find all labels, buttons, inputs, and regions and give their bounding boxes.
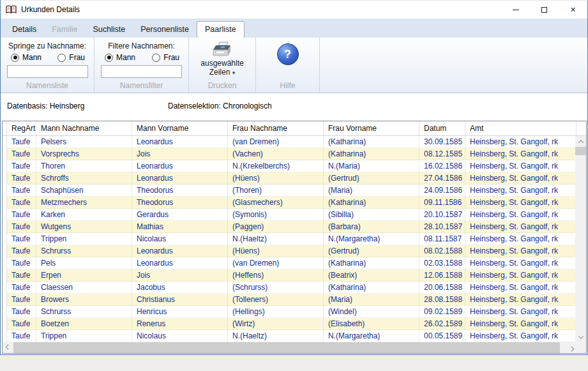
cell-regart: Taufe [7, 136, 36, 148]
table-row[interactable]: TaufeKarkenGerardus(Symonis)(Sibilla)20.… [3, 209, 577, 221]
row-selector[interactable] [3, 318, 7, 330]
cell-frau-vorname: (Sibilla) [324, 209, 419, 221]
close-button[interactable]: × [559, 1, 587, 19]
cell-regart: Taufe [7, 330, 36, 342]
jump-surname-input[interactable] [7, 65, 88, 78]
table-row[interactable]: TaufeTrippenNicolausN.(Haeltz)N.(Margare… [3, 233, 577, 245]
table-row[interactable]: TaufeClaessenJacobus(Schrurss)(Katharina… [3, 282, 577, 294]
row-selector[interactable] [3, 245, 7, 257]
column-header-mann-vorname[interactable]: Mann Vorname [132, 121, 228, 135]
window-title: Urkunden Details [21, 5, 80, 14]
scroll-up-button[interactable] [575, 136, 586, 147]
vertical-scrollbar[interactable] [575, 136, 586, 342]
table-row[interactable]: TaufeMetzmechersTheodorus(Glasmechers)(K… [3, 197, 577, 209]
row-selector[interactable] [3, 294, 7, 306]
table-row[interactable]: TaufeErpenJois(Heffens)(Beatrix)12.06.15… [3, 269, 577, 282]
cell-frau-nachname: (van Dremen) [228, 136, 324, 148]
help-button[interactable]: ? [277, 43, 299, 65]
cell-regart: Taufe [7, 197, 36, 209]
row-selector[interactable] [3, 306, 7, 318]
row-selector[interactable] [3, 233, 7, 245]
row-selector[interactable] [3, 185, 7, 197]
filter-mann-radio[interactable]: Mann [105, 53, 135, 62]
chevron-up-icon [578, 140, 583, 145]
table-row[interactable]: TaufeVorsprechsJois(Vachen)(Katharina)08… [3, 148, 577, 160]
radio-unselected-icon [152, 54, 160, 62]
open-book-icon [6, 5, 17, 14]
row-selector[interactable] [3, 257, 7, 269]
table-row[interactable]: TaufePelsLeonardus(van Dremen)(Katharina… [3, 257, 577, 269]
table-row[interactable]: TaufeBoetzenRenerus(Wirtz)(Elisabeth)26.… [3, 318, 577, 330]
horizontal-scrollbar-thumb[interactable] [13, 342, 560, 353]
cell-frau-nachname: (Tolleners) [228, 294, 324, 306]
cell-amt: Heinsberg, St. Gangolf, rk [465, 160, 577, 172]
row-selector[interactable] [3, 269, 7, 282]
table-row[interactable]: TaufeThorenLeonardusN.(Krekelberchs)N.(M… [3, 160, 577, 172]
cell-datum: 02.03.1588 [419, 257, 465, 269]
column-header-datum[interactable]: Datum [419, 121, 465, 135]
cell-mann-nachname: Wutgens [36, 221, 132, 233]
print-selected-rows-button[interactable]: ausgewählte Zeilen ▾ [200, 41, 243, 77]
cell-regart: Taufe [7, 245, 36, 257]
row-selector[interactable] [3, 172, 7, 185]
maximize-button[interactable] [530, 1, 559, 19]
table-row[interactable]: TaufeSchaphüsenTheodorus(Thoren)(Maria)2… [3, 185, 577, 197]
tab-personenliste[interactable]: Personenliste [133, 22, 197, 38]
table-row[interactable]: TaufeTrippenNicolausN.(Haeltz)N.(Margare… [3, 330, 577, 342]
tab-paarliste[interactable]: Paarliste [197, 21, 245, 38]
row-selector[interactable] [3, 136, 7, 148]
minimize-button[interactable] [501, 1, 530, 19]
radio-unselected-icon [57, 54, 66, 62]
column-header-mann-nachname[interactable]: Mann Nachname [36, 121, 132, 135]
jump-frau-radio[interactable]: Frau [57, 53, 85, 62]
scroll-left-button[interactable] [3, 342, 13, 353]
cell-datum: 00.05.1589 [419, 330, 465, 342]
row-selector[interactable] [3, 209, 7, 221]
cell-mann-nachname: Pelsers [36, 136, 132, 148]
table-row[interactable]: TaufeSchrurssLeonardus(Hüens)(Gertrud)08… [3, 245, 577, 257]
print-button-label-line1: ausgewählte [200, 59, 243, 68]
cell-frau-nachname: (van Dremen) [228, 257, 324, 269]
tab-details[interactable]: Details [4, 22, 44, 38]
cell-mann-vorname: Jacobus [132, 282, 228, 294]
print-group: ausgewählte Zeilen ▾ Drucken [189, 38, 256, 93]
status-row: Datenbasis: Heinsberg Datenselektion: Ch… [1, 93, 587, 121]
table-row[interactable]: TaufeBrowersChristianus(Tolleners)(Maria… [3, 294, 577, 306]
vertical-scrollbar-thumb[interactable] [575, 147, 586, 155]
column-header-amt[interactable]: Amt [465, 121, 577, 135]
cell-frau-nachname: (Paggen) [228, 221, 324, 233]
row-selector[interactable] [3, 330, 7, 342]
jump-mann-radio[interactable]: Mann [11, 53, 41, 62]
column-header-frau-nachname[interactable]: Frau Nachname [228, 121, 324, 135]
row-selector[interactable] [3, 197, 7, 209]
cell-amt: Heinsberg, St. Gangolf, rk [465, 245, 577, 257]
cell-amt: Heinsberg, St. Gangolf, rk [465, 209, 577, 221]
table-row[interactable]: TaufePelsersLeonardus(van Dremen)(Kathar… [3, 136, 577, 148]
scroll-down-button[interactable] [575, 331, 586, 342]
column-header-frau-vorname[interactable]: Frau Vorname [324, 121, 419, 135]
cell-mann-vorname: Jois [132, 148, 228, 160]
row-selector[interactable] [3, 160, 7, 172]
tab-suchliste[interactable]: Suchliste [86, 22, 133, 38]
cell-frau-vorname: (Barbara) [324, 221, 419, 233]
cell-frau-nachname: N.(Haeltz) [228, 233, 324, 245]
row-selector[interactable] [3, 282, 7, 294]
filter-surname-input[interactable] [101, 65, 182, 78]
filter-surname-group: Filtere Nachnamen: Mann Frau Namensfilte… [94, 38, 189, 93]
cell-mann-nachname: Browers [36, 294, 132, 306]
cell-mann-nachname: Vorsprechs [36, 148, 132, 160]
table-row[interactable]: TaufeSchrurssHenricus(Hellings)(Windel)0… [3, 306, 577, 318]
printer-icon [211, 41, 234, 59]
filter-frau-radio[interactable]: Frau [152, 53, 179, 62]
row-selector[interactable] [3, 221, 7, 233]
table-row[interactable]: TaufeSchroffsLeonardus(Hüens)(Gertrud)27… [3, 172, 577, 185]
cell-mann-nachname: Metzmechers [36, 197, 132, 209]
cell-regart: Taufe [7, 221, 36, 233]
column-header-regart[interactable]: RegArt [7, 121, 36, 135]
horizontal-scrollbar[interactable] [3, 342, 577, 353]
cell-mann-nachname: Schroffs [36, 172, 132, 185]
radio-selected-icon [105, 54, 113, 62]
row-selector[interactable] [3, 148, 7, 160]
table-row[interactable]: TaufeWutgensMathias(Paggen)(Barbara)28.1… [3, 221, 577, 233]
cell-frau-vorname: N.(Maria) [324, 160, 419, 172]
